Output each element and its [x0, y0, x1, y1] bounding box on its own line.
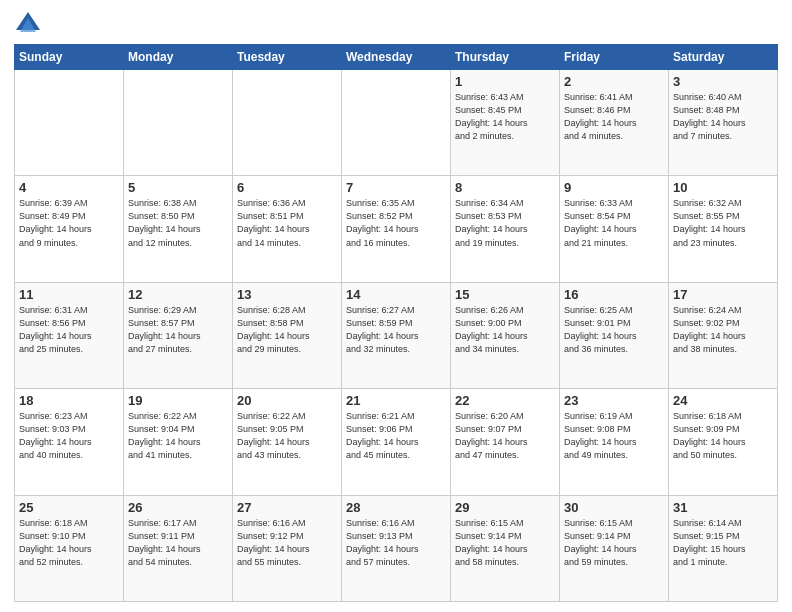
day-number: 17	[673, 287, 773, 302]
day-info: Sunrise: 6:29 AM Sunset: 8:57 PM Dayligh…	[128, 304, 228, 356]
calendar-day-11: 11Sunrise: 6:31 AM Sunset: 8:56 PM Dayli…	[15, 282, 124, 388]
calendar-day-8: 8Sunrise: 6:34 AM Sunset: 8:53 PM Daylig…	[451, 176, 560, 282]
day-info: Sunrise: 6:15 AM Sunset: 9:14 PM Dayligh…	[564, 517, 664, 569]
day-info: Sunrise: 6:16 AM Sunset: 9:12 PM Dayligh…	[237, 517, 337, 569]
calendar-day-20: 20Sunrise: 6:22 AM Sunset: 9:05 PM Dayli…	[233, 389, 342, 495]
calendar-day-16: 16Sunrise: 6:25 AM Sunset: 9:01 PM Dayli…	[560, 282, 669, 388]
day-info: Sunrise: 6:15 AM Sunset: 9:14 PM Dayligh…	[455, 517, 555, 569]
weekday-header-monday: Monday	[124, 45, 233, 70]
weekday-header-wednesday: Wednesday	[342, 45, 451, 70]
day-number: 1	[455, 74, 555, 89]
day-number: 18	[19, 393, 119, 408]
day-number: 9	[564, 180, 664, 195]
weekday-header-thursday: Thursday	[451, 45, 560, 70]
weekday-header-tuesday: Tuesday	[233, 45, 342, 70]
day-info: Sunrise: 6:35 AM Sunset: 8:52 PM Dayligh…	[346, 197, 446, 249]
calendar-day-29: 29Sunrise: 6:15 AM Sunset: 9:14 PM Dayli…	[451, 495, 560, 601]
day-number: 8	[455, 180, 555, 195]
calendar-day-30: 30Sunrise: 6:15 AM Sunset: 9:14 PM Dayli…	[560, 495, 669, 601]
weekday-header-saturday: Saturday	[669, 45, 778, 70]
calendar-day-2: 2Sunrise: 6:41 AM Sunset: 8:46 PM Daylig…	[560, 70, 669, 176]
day-info: Sunrise: 6:39 AM Sunset: 8:49 PM Dayligh…	[19, 197, 119, 249]
day-number: 26	[128, 500, 228, 515]
calendar-week-row: 25Sunrise: 6:18 AM Sunset: 9:10 PM Dayli…	[15, 495, 778, 601]
day-number: 23	[564, 393, 664, 408]
day-info: Sunrise: 6:22 AM Sunset: 9:05 PM Dayligh…	[237, 410, 337, 462]
day-info: Sunrise: 6:38 AM Sunset: 8:50 PM Dayligh…	[128, 197, 228, 249]
day-number: 19	[128, 393, 228, 408]
day-info: Sunrise: 6:19 AM Sunset: 9:08 PM Dayligh…	[564, 410, 664, 462]
day-number: 13	[237, 287, 337, 302]
day-info: Sunrise: 6:23 AM Sunset: 9:03 PM Dayligh…	[19, 410, 119, 462]
calendar-day-26: 26Sunrise: 6:17 AM Sunset: 9:11 PM Dayli…	[124, 495, 233, 601]
calendar-week-row: 1Sunrise: 6:43 AM Sunset: 8:45 PM Daylig…	[15, 70, 778, 176]
day-number: 16	[564, 287, 664, 302]
day-number: 10	[673, 180, 773, 195]
calendar-day-15: 15Sunrise: 6:26 AM Sunset: 9:00 PM Dayli…	[451, 282, 560, 388]
empty-day-cell	[233, 70, 342, 176]
day-number: 7	[346, 180, 446, 195]
day-info: Sunrise: 6:32 AM Sunset: 8:55 PM Dayligh…	[673, 197, 773, 249]
day-info: Sunrise: 6:18 AM Sunset: 9:10 PM Dayligh…	[19, 517, 119, 569]
weekday-header-sunday: Sunday	[15, 45, 124, 70]
calendar-day-21: 21Sunrise: 6:21 AM Sunset: 9:06 PM Dayli…	[342, 389, 451, 495]
calendar-week-row: 4Sunrise: 6:39 AM Sunset: 8:49 PM Daylig…	[15, 176, 778, 282]
day-number: 31	[673, 500, 773, 515]
day-number: 24	[673, 393, 773, 408]
calendar-day-12: 12Sunrise: 6:29 AM Sunset: 8:57 PM Dayli…	[124, 282, 233, 388]
logo-icon	[14, 10, 42, 38]
calendar-day-27: 27Sunrise: 6:16 AM Sunset: 9:12 PM Dayli…	[233, 495, 342, 601]
day-number: 11	[19, 287, 119, 302]
calendar-table: SundayMondayTuesdayWednesdayThursdayFrid…	[14, 44, 778, 602]
day-number: 20	[237, 393, 337, 408]
day-number: 12	[128, 287, 228, 302]
day-number: 5	[128, 180, 228, 195]
day-number: 6	[237, 180, 337, 195]
day-number: 28	[346, 500, 446, 515]
day-info: Sunrise: 6:21 AM Sunset: 9:06 PM Dayligh…	[346, 410, 446, 462]
day-info: Sunrise: 6:17 AM Sunset: 9:11 PM Dayligh…	[128, 517, 228, 569]
day-info: Sunrise: 6:20 AM Sunset: 9:07 PM Dayligh…	[455, 410, 555, 462]
calendar-day-28: 28Sunrise: 6:16 AM Sunset: 9:13 PM Dayli…	[342, 495, 451, 601]
day-info: Sunrise: 6:24 AM Sunset: 9:02 PM Dayligh…	[673, 304, 773, 356]
calendar-day-13: 13Sunrise: 6:28 AM Sunset: 8:58 PM Dayli…	[233, 282, 342, 388]
day-number: 15	[455, 287, 555, 302]
calendar-week-row: 11Sunrise: 6:31 AM Sunset: 8:56 PM Dayli…	[15, 282, 778, 388]
calendar-day-18: 18Sunrise: 6:23 AM Sunset: 9:03 PM Dayli…	[15, 389, 124, 495]
calendar-day-23: 23Sunrise: 6:19 AM Sunset: 9:08 PM Dayli…	[560, 389, 669, 495]
day-info: Sunrise: 6:22 AM Sunset: 9:04 PM Dayligh…	[128, 410, 228, 462]
calendar-day-6: 6Sunrise: 6:36 AM Sunset: 8:51 PM Daylig…	[233, 176, 342, 282]
day-info: Sunrise: 6:26 AM Sunset: 9:00 PM Dayligh…	[455, 304, 555, 356]
day-number: 27	[237, 500, 337, 515]
day-number: 2	[564, 74, 664, 89]
day-info: Sunrise: 6:40 AM Sunset: 8:48 PM Dayligh…	[673, 91, 773, 143]
calendar-day-1: 1Sunrise: 6:43 AM Sunset: 8:45 PM Daylig…	[451, 70, 560, 176]
day-info: Sunrise: 6:28 AM Sunset: 8:58 PM Dayligh…	[237, 304, 337, 356]
day-info: Sunrise: 6:25 AM Sunset: 9:01 PM Dayligh…	[564, 304, 664, 356]
day-info: Sunrise: 6:14 AM Sunset: 9:15 PM Dayligh…	[673, 517, 773, 569]
calendar-day-4: 4Sunrise: 6:39 AM Sunset: 8:49 PM Daylig…	[15, 176, 124, 282]
day-info: Sunrise: 6:34 AM Sunset: 8:53 PM Dayligh…	[455, 197, 555, 249]
empty-day-cell	[15, 70, 124, 176]
page: SundayMondayTuesdayWednesdayThursdayFrid…	[0, 0, 792, 612]
calendar-day-9: 9Sunrise: 6:33 AM Sunset: 8:54 PM Daylig…	[560, 176, 669, 282]
day-number: 22	[455, 393, 555, 408]
empty-day-cell	[124, 70, 233, 176]
day-info: Sunrise: 6:18 AM Sunset: 9:09 PM Dayligh…	[673, 410, 773, 462]
day-number: 25	[19, 500, 119, 515]
day-info: Sunrise: 6:33 AM Sunset: 8:54 PM Dayligh…	[564, 197, 664, 249]
calendar-day-31: 31Sunrise: 6:14 AM Sunset: 9:15 PM Dayli…	[669, 495, 778, 601]
day-number: 14	[346, 287, 446, 302]
header	[14, 10, 778, 38]
calendar-day-19: 19Sunrise: 6:22 AM Sunset: 9:04 PM Dayli…	[124, 389, 233, 495]
calendar-day-24: 24Sunrise: 6:18 AM Sunset: 9:09 PM Dayli…	[669, 389, 778, 495]
calendar-day-14: 14Sunrise: 6:27 AM Sunset: 8:59 PM Dayli…	[342, 282, 451, 388]
day-info: Sunrise: 6:36 AM Sunset: 8:51 PM Dayligh…	[237, 197, 337, 249]
calendar-day-3: 3Sunrise: 6:40 AM Sunset: 8:48 PM Daylig…	[669, 70, 778, 176]
day-info: Sunrise: 6:43 AM Sunset: 8:45 PM Dayligh…	[455, 91, 555, 143]
day-number: 3	[673, 74, 773, 89]
day-number: 21	[346, 393, 446, 408]
day-info: Sunrise: 6:41 AM Sunset: 8:46 PM Dayligh…	[564, 91, 664, 143]
empty-day-cell	[342, 70, 451, 176]
day-info: Sunrise: 6:16 AM Sunset: 9:13 PM Dayligh…	[346, 517, 446, 569]
